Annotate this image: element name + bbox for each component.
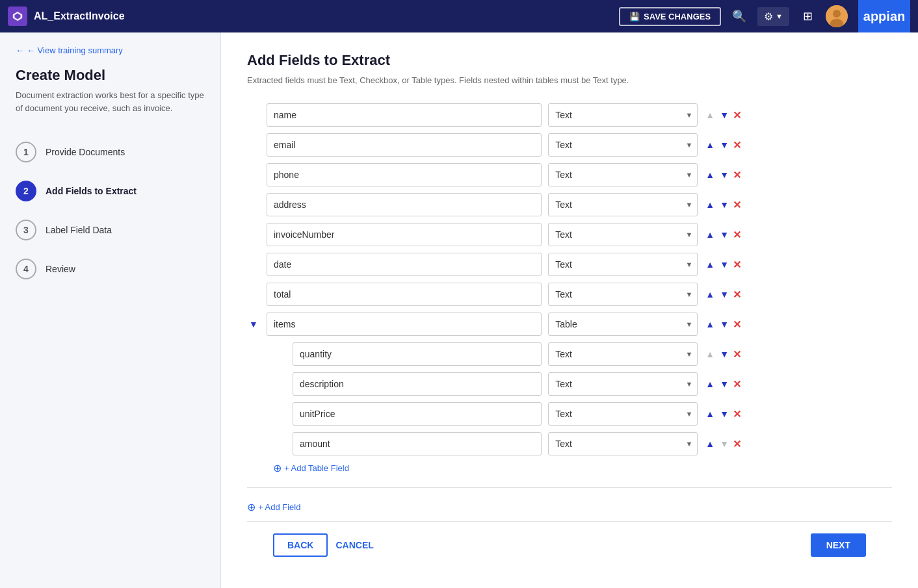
type-select-t4[interactable]: TextCheckboxTable (548, 432, 698, 455)
type-select-f7[interactable]: TextCheckboxTable (548, 283, 698, 306)
field-name-input-t2[interactable] (293, 372, 542, 396)
move-up-button-f6[interactable]: ▲ (704, 258, 716, 271)
move-down-button-f6[interactable]: ▼ (718, 258, 730, 271)
type-select-wrap-f1: TextCheckboxTable ▼ (548, 103, 698, 127)
search-button[interactable]: 🔍 (728, 5, 751, 28)
move-down-button-t2[interactable]: ▼ (718, 377, 730, 390)
move-down-button-f1[interactable]: ▼ (718, 109, 730, 121)
add-table-field-button[interactable]: ⊕ + Add Table Field (273, 462, 741, 474)
add-field-button[interactable]: ⊕ + Add Field (247, 501, 892, 513)
field-actions-f8: ▲ ▼ ✕ (704, 318, 741, 331)
add-table-icon: ⊕ (273, 462, 282, 474)
delete-button-f4[interactable]: ✕ (733, 199, 741, 211)
sidebar-title: Create Model (16, 67, 205, 84)
back-link[interactable]: ← ← View training summary (16, 45, 205, 55)
move-up-button-t4[interactable]: ▲ (704, 437, 716, 450)
type-select-wrap-t4: TextCheckboxTable ▼ (548, 432, 698, 455)
type-select-f3[interactable]: TextCheckboxTable (548, 163, 698, 186)
type-select-t3[interactable]: TextCheckboxTable (548, 402, 698, 426)
cancel-button[interactable]: CANCEL (335, 540, 373, 550)
field-name-input-t1[interactable] (293, 342, 542, 366)
move-down-button-t3[interactable]: ▼ (718, 407, 730, 420)
move-down-button-f2[interactable]: ▼ (718, 138, 730, 151)
type-select-f1[interactable]: TextCheckboxTable (548, 103, 698, 127)
move-down-button-f7[interactable]: ▼ (718, 288, 730, 301)
delete-button-t1[interactable]: ✕ (733, 348, 741, 361)
step-item-3: 3 Label Field Data (16, 211, 205, 249)
collapse-button-f8[interactable]: ▼ (247, 318, 260, 331)
field-row-f1: TextCheckboxTable ▼ ▲ ▼ ✕ (247, 103, 741, 127)
settings-button[interactable]: ⚙ ▼ (757, 7, 789, 26)
step-number-1: 1 (16, 142, 36, 162)
type-select-f6[interactable]: TextCheckboxTable (548, 253, 698, 276)
delete-button-f3[interactable]: ✕ (733, 169, 741, 181)
user-avatar[interactable] (826, 5, 848, 27)
move-down-button-t4[interactable]: ▼ (718, 437, 730, 450)
move-up-button-f7[interactable]: ▲ (704, 288, 716, 301)
next-button[interactable]: NEXT (811, 533, 866, 557)
divider (247, 487, 892, 488)
delete-button-f1[interactable]: ✕ (733, 109, 741, 121)
field-name-input-f1[interactable] (267, 103, 542, 127)
delete-button-t3[interactable]: ✕ (733, 408, 741, 420)
type-select-wrap-t1: TextCheckboxTable ▼ (548, 342, 698, 366)
steps-list: 1 Provide Documents 2 Add Fields to Extr… (16, 133, 205, 288)
type-select-wrap-t3: TextCheckboxTable ▼ (548, 402, 698, 426)
field-actions-t2: ▲ ▼ ✕ (704, 377, 741, 390)
gear-icon: ⚙ (764, 10, 773, 23)
delete-button-t2[interactable]: ✕ (733, 378, 741, 390)
move-down-button-f5[interactable]: ▼ (718, 228, 730, 241)
field-actions-f5: ▲ ▼ ✕ (704, 228, 741, 241)
field-actions-f2: ▲ ▼ ✕ (704, 138, 741, 151)
delete-button-f6[interactable]: ✕ (733, 259, 741, 271)
field-name-input-f2[interactable] (267, 133, 542, 157)
step-number-4: 4 (16, 259, 36, 279)
save-changes-button[interactable]: 💾 SAVE CHANGES (619, 7, 721, 26)
type-select-f5[interactable]: TextCheckboxTable (548, 223, 698, 246)
delete-button-f7[interactable]: ✕ (733, 288, 741, 301)
field-row-f8: ▼ TextCheckboxTable ▼ ▲ ▼ ✕ (247, 313, 741, 336)
table-child-row-t2: TextCheckboxTable ▼ ▲ ▼ ✕ (273, 372, 741, 396)
field-name-input-f3[interactable] (267, 163, 542, 186)
move-down-button-t1[interactable]: ▼ (718, 348, 730, 361)
delete-button-f2[interactable]: ✕ (733, 139, 741, 151)
type-select-f8[interactable]: TextCheckboxTable (548, 313, 698, 336)
field-name-input-f5[interactable] (267, 223, 542, 246)
field-actions-t3: ▲ ▼ ✕ (704, 407, 741, 420)
delete-button-f8[interactable]: ✕ (733, 318, 741, 331)
page-subtitle: Extracted fields must be Text, Checkbox,… (247, 75, 892, 85)
delete-button-t4[interactable]: ✕ (733, 438, 741, 450)
field-actions-f6: ▲ ▼ ✕ (704, 258, 741, 271)
type-select-f4[interactable]: TextCheckboxTable (548, 193, 698, 216)
field-actions-f4: ▲ ▼ ✕ (704, 198, 741, 211)
type-select-f2[interactable]: TextCheckboxTable (548, 133, 698, 157)
delete-button-f5[interactable]: ✕ (733, 229, 741, 241)
back-button[interactable]: BACK (273, 533, 328, 557)
type-select-t2[interactable]: TextCheckboxTable (548, 372, 698, 396)
field-name-input-f7[interactable] (267, 283, 542, 306)
field-row-f2: TextCheckboxTable ▼ ▲ ▼ ✕ (247, 133, 741, 157)
move-up-button-f1[interactable]: ▲ (704, 109, 716, 121)
field-name-input-f6[interactable] (267, 253, 542, 276)
field-name-input-t4[interactable] (293, 432, 542, 455)
move-up-button-f3[interactable]: ▲ (704, 168, 716, 181)
type-select-wrap-f8: TextCheckboxTable ▼ (548, 313, 698, 336)
move-up-button-f5[interactable]: ▲ (704, 228, 716, 241)
topnav: AL_ExtractInvoice 💾 SAVE CHANGES 🔍 ⚙ ▼ ⊞… (0, 0, 918, 32)
field-name-input-f4[interactable] (267, 193, 542, 216)
move-up-button-f2[interactable]: ▲ (704, 138, 716, 151)
move-up-button-t2[interactable]: ▲ (704, 377, 716, 390)
move-up-button-t1[interactable]: ▲ (704, 348, 716, 361)
type-select-t1[interactable]: TextCheckboxTable (548, 342, 698, 366)
field-name-input-t3[interactable] (293, 402, 542, 426)
move-up-button-f8[interactable]: ▲ (704, 318, 716, 331)
move-up-button-t3[interactable]: ▲ (704, 407, 716, 420)
field-name-input-f8[interactable] (267, 313, 542, 336)
move-down-button-f3[interactable]: ▼ (718, 168, 730, 181)
move-down-button-f4[interactable]: ▼ (718, 198, 730, 211)
move-down-button-f8[interactable]: ▼ (718, 318, 730, 331)
field-row-f6: TextCheckboxTable ▼ ▲ ▼ ✕ (247, 253, 741, 276)
grid-button[interactable]: ⊞ (796, 5, 819, 28)
move-up-button-f4[interactable]: ▲ (704, 198, 716, 211)
step-label-2: Add Fields to Extract (46, 186, 137, 196)
